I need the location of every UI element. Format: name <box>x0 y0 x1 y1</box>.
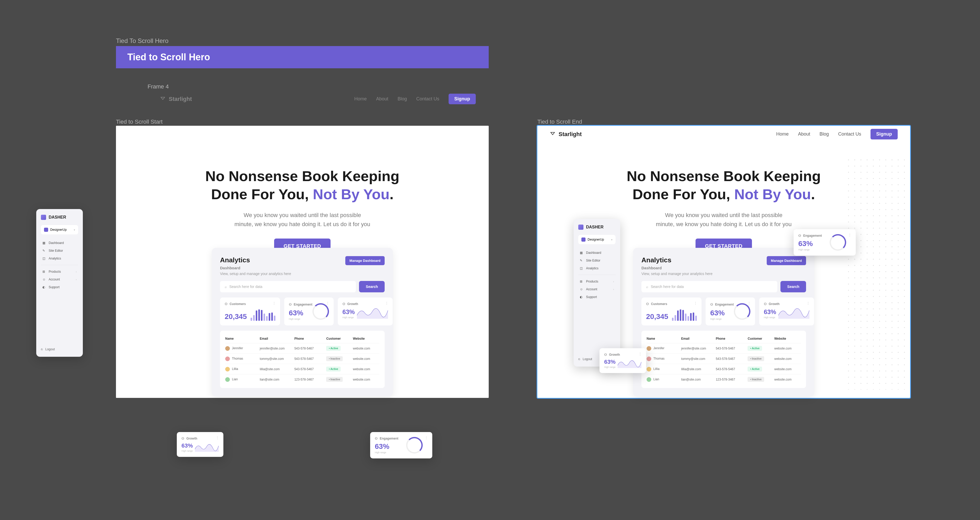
org-selector[interactable]: DesignerUp ▾ <box>578 235 616 244</box>
signup-button[interactable]: Signup <box>870 129 898 140</box>
card-mini: High range <box>710 318 734 320</box>
topnav-end: Starlight Home About Blog Contact Us Sig… <box>538 126 910 143</box>
hero-content: No Nonsense Book Keeping Done For You, N… <box>116 126 489 254</box>
sidebar-item-support[interactable]: ◐Support <box>578 293 616 301</box>
search-icon: ⌕ <box>225 285 227 289</box>
people-icon: ⚇ <box>225 302 228 306</box>
sidebar-item-products[interactable]: ⊞Products› <box>578 277 616 285</box>
more-icon[interactable]: ⋮ <box>747 301 751 305</box>
sparkline-chart <box>617 358 641 368</box>
nav-links: Home About Blog Contact Us Signup <box>776 129 898 140</box>
analytics-panel-end: Analytics Dashboard View, setup and mana… <box>633 248 815 396</box>
sidebar-item-analytics[interactable]: ◫Analytics <box>578 265 616 272</box>
table-header: NameEmailPhoneCustomerWebsite <box>647 334 801 343</box>
sidebar-brand-text: DASHER <box>586 225 604 230</box>
card-value: 63% <box>289 309 312 317</box>
table-header-cell: Customer <box>748 337 774 341</box>
search-button[interactable]: Search <box>359 281 385 292</box>
sidebar-item-analytics[interactable]: ◫Analytics <box>41 255 78 262</box>
sidebar-item-site-editor[interactable]: ✎Site Editor <box>41 247 78 255</box>
sidebar-item-account[interactable]: ☺Account› <box>578 285 616 293</box>
cell-status: • Active <box>326 346 353 351</box>
sidebar-item-support[interactable]: ◐Support <box>41 283 78 291</box>
sidebar-item-label: Site Editor <box>586 259 600 262</box>
table-header-cell: Phone <box>716 337 748 341</box>
brand-text: Starlight <box>558 131 582 138</box>
sidebar-item-label: Dashboard <box>49 241 64 245</box>
brand-text: Starlight <box>169 96 192 103</box>
hero-frame-end[interactable]: Starlight Home About Blog Contact Us Sig… <box>538 126 910 398</box>
more-icon[interactable]: ⋮ <box>848 233 852 237</box>
more-icon[interactable]: ⋮ <box>638 352 643 356</box>
more-icon[interactable]: ⋮ <box>694 301 698 305</box>
status-badge: • Inactive <box>326 377 343 382</box>
logout-icon: ⎋ <box>41 347 43 351</box>
manage-dashboard-button[interactable]: Manage Dashboard <box>345 256 385 265</box>
more-icon[interactable]: ⋮ <box>385 301 389 305</box>
sidebar-item-dashboard[interactable]: ▦Dashboard <box>41 239 78 247</box>
sidebar-item-site-editor[interactable]: ✎Site Editor <box>578 257 616 265</box>
more-icon[interactable]: ⋮ <box>425 436 429 440</box>
sparkline-chart <box>195 442 219 452</box>
customers-card: ⚇Customers 20,345 ⋮ <box>220 298 280 325</box>
engagement-card: ⚇Engagement 63% High range ⋮ <box>706 298 755 325</box>
nav-home[interactable]: Home <box>354 96 367 101</box>
nav-contact[interactable]: Contact Us <box>838 132 861 137</box>
sidebar-item-label: Site Editor <box>49 249 63 252</box>
card-mini: High range <box>375 451 398 454</box>
table-header-cell: Phone <box>294 337 326 341</box>
nav-blog[interactable]: Blog <box>819 132 829 137</box>
sidebar-item-label: Analytics <box>586 266 598 270</box>
signup-button[interactable]: Signup <box>449 94 476 104</box>
nav-blog[interactable]: Blog <box>398 96 407 101</box>
more-icon[interactable]: ⋮ <box>806 301 810 305</box>
cell-website: website.com <box>774 347 801 350</box>
cell-name: Lian <box>647 377 681 382</box>
search-input[interactable]: ⌕Search here for data <box>220 281 356 292</box>
table-row: Jennifer jennifer@site.com 543-578-5467 … <box>225 343 379 354</box>
topnav-frame4: Starlight Home About Blog Contact Us Sig… <box>148 90 488 107</box>
org-selector[interactable]: DesignerUp ▾ <box>41 225 78 235</box>
cell-email: lillia@site.com <box>681 367 716 371</box>
float-growth-card-standalone: ⚇Growth 63% High range ⋮ <box>177 432 223 457</box>
chevron-right-icon: › <box>613 288 614 291</box>
nav-about[interactable]: About <box>798 132 810 137</box>
people-icon: ⚇ <box>375 437 378 440</box>
cell-phone: 123-578-3467 <box>294 378 326 381</box>
more-icon[interactable]: ⋮ <box>216 436 220 440</box>
sidebar-item-account[interactable]: ☺Account› <box>41 276 78 283</box>
search-button[interactable]: Search <box>780 281 806 292</box>
status-badge: • Inactive <box>326 356 343 361</box>
chevron-down-icon: ▾ <box>74 228 75 231</box>
nav-home[interactable]: Home <box>776 132 789 137</box>
hero-title: No Nonsense Book Keeping Done For You, N… <box>116 167 489 203</box>
manage-dashboard-button[interactable]: Manage Dashboard <box>767 256 806 265</box>
account-icon: ☺ <box>43 277 46 281</box>
more-icon[interactable]: ⋮ <box>272 301 277 305</box>
nav-contact[interactable]: Contact Us <box>416 96 439 101</box>
sidebar-item-dashboard[interactable]: ▦Dashboard <box>578 249 616 257</box>
analytics-panel-start: Analytics Dashboard View, setup and mana… <box>212 248 393 396</box>
avatar <box>225 377 230 382</box>
cell-website: website.com <box>774 378 801 381</box>
card-label: ⚇Growth <box>764 302 810 306</box>
logout-button[interactable]: ⎋Logout <box>41 347 78 351</box>
more-icon[interactable]: ⋮ <box>326 301 330 305</box>
table-header: NameEmailPhoneCustomerWebsite <box>225 334 379 343</box>
customers-table: NameEmailPhoneCustomerWebsite Jennifer j… <box>641 331 806 388</box>
card-value: 63% <box>375 442 398 451</box>
nav-about[interactable]: About <box>376 96 388 101</box>
chevron-right-icon: › <box>76 278 76 281</box>
card-value: 63% <box>342 308 355 315</box>
section-label: Tied To Scroll Hero <box>116 37 169 44</box>
sidebar-item-label: Products <box>586 280 598 283</box>
logout-icon: ⎋ <box>578 357 580 361</box>
people-icon: ⚇ <box>710 303 713 306</box>
card-value: 20,345 <box>646 312 668 321</box>
analytics-sub: View, setup and manage your analytics he… <box>641 272 712 276</box>
card-label: ⚇Customers <box>225 302 275 306</box>
search-input[interactable]: ⌕Search here for data <box>641 281 777 292</box>
sidebar-item-products[interactable]: ⊞Products› <box>41 268 78 276</box>
cell-phone: 543-578-5467 <box>294 357 326 361</box>
chevron-down-icon: ▾ <box>611 238 612 241</box>
